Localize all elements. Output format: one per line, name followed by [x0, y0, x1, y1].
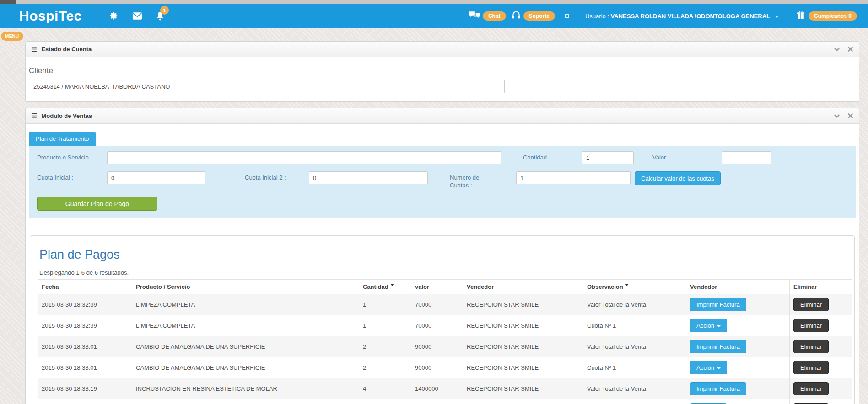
modulo-de-ventas-panel: ☰ Modulo de Ventas Plan de Tratamiento P… [25, 108, 859, 404]
sort-caret-icon [390, 284, 394, 286]
imprimir-factura-button[interactable]: Imprimir Factura [690, 382, 746, 395]
estado-panel-header: ☰ Estado de Cuenta [26, 42, 859, 57]
user-name-label: VANESSA ROLDAN VILLADA /ODONTOLOGA GENER… [611, 13, 770, 20]
soporte-group[interactable]: Soporte [512, 11, 555, 21]
cell-producto: INCRUSTACION EN RESINA ESTETICA DE MOLAR [132, 378, 359, 399]
accion-dropdown-button[interactable]: Acción [690, 319, 727, 332]
chevron-down-icon [775, 16, 779, 18]
cell-fecha: 2015-03-30 18:33:01 [38, 336, 132, 357]
hamburger-icon: ☰ [31, 112, 37, 119]
chat-group[interactable]: Chat [469, 11, 506, 21]
column-header-cantidad[interactable]: Cantidad [359, 280, 411, 294]
cell-valor: 90000 [411, 357, 463, 378]
cell-fecha: 2015-03-30 18:33:19 [38, 378, 132, 399]
cumpleanos-group[interactable]: Cumpleaños 0 [797, 11, 857, 21]
valor-input[interactable] [722, 151, 771, 164]
table-row: 2015-03-30 18:32:39LIMPEZA COMPLETA17000… [38, 294, 852, 315]
cell-fecha: 2015-03-30 18:33:19 [38, 399, 132, 404]
cliente-input[interactable] [29, 80, 505, 93]
gift-icon[interactable] [797, 11, 805, 21]
soporte-button[interactable]: Soporte [523, 11, 555, 21]
imprimir-factura-button[interactable]: Imprimir Factura [690, 298, 746, 311]
cell-vendedor-action: Imprimir Factura [686, 378, 790, 399]
eliminar-button[interactable]: Eliminar [793, 298, 829, 311]
column-header-fecha: Fecha [38, 280, 132, 294]
producto-servicio-label: Producto o Servicio [37, 151, 92, 161]
cell-eliminar: Eliminar [790, 315, 852, 336]
eliminar-button[interactable]: Eliminar [793, 319, 829, 332]
column-header-observacion[interactable]: Observacion [583, 280, 686, 294]
results-summary: Desplegando 1-6 de 6 resultados. [39, 269, 847, 276]
close-panel-icon[interactable] [847, 46, 853, 52]
column-header-valor: valor [411, 280, 463, 294]
cell-fecha: 2015-03-30 18:32:39 [38, 294, 132, 315]
cell-cantidad: 1 [359, 294, 411, 315]
cell-observacion: Valor Total de la Venta [583, 336, 686, 357]
cuota-inicial-label: Cuota Inicial : [37, 171, 83, 181]
imprimir-factura-button[interactable]: Imprimir Factura [690, 340, 746, 353]
ventas-panel-tools [826, 111, 853, 121]
chat-icon[interactable] [469, 11, 480, 21]
cumpleanos-button[interactable]: Cumpleaños 0 [809, 11, 857, 21]
eliminar-button[interactable]: Eliminar [793, 382, 829, 395]
cell-vendedor: RECEPCION STAR SMILE [463, 336, 583, 357]
ventas-panel-title: Modulo de Ventas [41, 112, 92, 119]
app-logo[interactable]: HospiTec [19, 8, 82, 24]
table-row: 2015-03-30 18:33:01CAMBIO DE AMALGAMA DE… [38, 336, 852, 357]
top-navbar: HospiTec 1 Chat Soporte Usuario : VANESS… [0, 4, 868, 28]
accion-dropdown-button[interactable]: Acción [690, 361, 727, 374]
cell-eliminar: Eliminar [790, 294, 852, 315]
cell-eliminar: Eliminar [790, 336, 852, 357]
cuota-inicial2-label: Cuota Inicial 2 : [245, 171, 288, 181]
numero-cuotas-input[interactable] [516, 171, 631, 184]
cliente-label: Cliente [29, 66, 859, 75]
collapse-panel-icon[interactable] [834, 113, 840, 119]
cell-cantidad: 4 [359, 399, 411, 404]
eliminar-button[interactable]: Eliminar [793, 361, 829, 374]
cell-observacion: Cuota Nº 1 [583, 315, 686, 336]
hamburger-icon: ☰ [31, 46, 37, 53]
cantidad-input[interactable] [582, 151, 634, 164]
sort-caret-icon [625, 284, 629, 286]
envelope-icon[interactable] [132, 12, 142, 20]
collapse-panel-icon[interactable] [834, 46, 840, 53]
cell-vendedor: RECEPCION STAR SMILE [463, 357, 583, 378]
bell-icon[interactable]: 1 [156, 11, 164, 21]
eliminar-button[interactable]: Eliminar [793, 340, 829, 353]
menu-tab[interactable]: MENU [1, 32, 23, 41]
producto-servicio-input[interactable] [107, 151, 501, 164]
cell-eliminar: Eliminar [790, 378, 852, 399]
tab-plan-de-tratamiento[interactable]: Plan de Tratamiento [29, 132, 96, 146]
cuota-inicial2-input[interactable] [309, 171, 428, 184]
cell-cantidad: 2 [359, 336, 411, 357]
cell-valor: 70000 [411, 315, 463, 336]
user-menu[interactable]: Usuario : VANESSA ROLDAN VILLADA /ODONTO… [585, 13, 779, 20]
column-header-vendedor-acciones: Vendedor [686, 280, 790, 294]
user-prefix-label: Usuario : [585, 13, 609, 20]
notification-badge[interactable]: 1 [160, 6, 169, 15]
cell-vendedor: RECEPCION STAR SMILE [463, 399, 583, 404]
caret-down-icon [717, 367, 721, 369]
close-panel-icon[interactable] [847, 113, 853, 119]
cuota-inicial-input[interactable] [107, 171, 205, 184]
cell-valor: 90000 [411, 336, 463, 357]
table-row: 2015-03-30 18:32:39LIMPEZA COMPLETA17000… [38, 315, 852, 336]
table-row: 2015-03-30 18:33:19INCRUSTACION EN RESIN… [38, 378, 852, 399]
cell-observacion: Valor Total de la Venta [583, 294, 686, 315]
cell-observacion: Cuota Nº 1 [583, 399, 686, 404]
browser-chrome-strip [0, 0, 868, 4]
cell-producto: LIMPEZA COMPLETA [132, 315, 359, 336]
chat-button[interactable]: Chat [483, 11, 506, 21]
cell-cantidad: 2 [359, 357, 411, 378]
guardar-plan-button[interactable]: Guardar Plan de Pago [37, 197, 157, 211]
plan-tratamiento-form: Producto o Servicio Cantidad Valor Cuota… [29, 146, 856, 218]
calcular-cuotas-button[interactable]: Calcular valor de las cuotas [635, 171, 721, 185]
cell-eliminar: Eliminar [790, 399, 852, 404]
cell-vendedor-action: Acción [686, 357, 790, 378]
headset-icon[interactable] [512, 11, 521, 21]
gear-icon[interactable] [109, 11, 119, 21]
estado-panel-body: Cliente [26, 57, 859, 101]
cell-producto: LIMPEZA COMPLETA [132, 294, 359, 315]
cell-observacion: Cuota Nº 1 [583, 357, 686, 378]
plan-pagos-table: Fecha Producto / Servicio Cantidad valor… [38, 279, 852, 404]
